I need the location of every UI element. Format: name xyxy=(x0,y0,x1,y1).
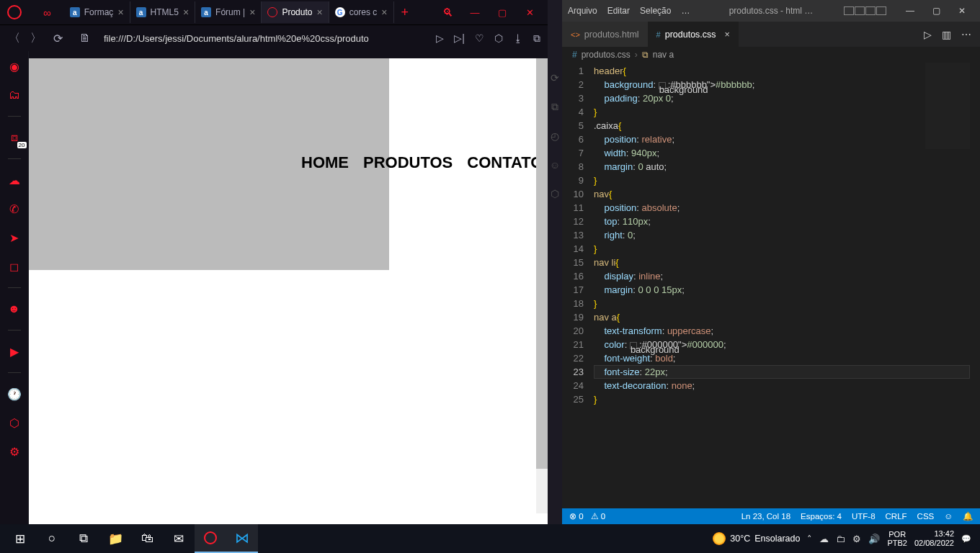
status-position[interactable]: Ln 23, Col 18 xyxy=(741,512,790,521)
code-editor[interactable]: 1234567891011121314151617181920212223242… xyxy=(562,63,980,508)
page-viewport[interactable]: HOME PRODUTOS CONTATO xyxy=(29,58,548,524)
status-warnings[interactable]: ⚠ 0 xyxy=(591,511,606,521)
twitch-icon[interactable]: ⧈20 xyxy=(6,130,22,145)
clock-icon[interactable]: 🕐 xyxy=(6,386,22,402)
maximize-button[interactable]: ▢ xyxy=(489,1,516,23)
more-icon[interactable]: ⋯ xyxy=(961,29,971,40)
camera-icon[interactable]: ⧉ xyxy=(533,32,540,45)
status-errors[interactable]: ⊗ 0 xyxy=(569,511,584,521)
search-button[interactable]: ○ xyxy=(36,524,68,553)
speed-dial-icon[interactable]: ◉ xyxy=(6,58,22,74)
weather-widget[interactable]: 30°C Ensolarado xyxy=(713,532,800,545)
nav-produtos[interactable]: PRODUTOS xyxy=(363,153,453,172)
telegram-icon[interactable]: ➤ xyxy=(6,230,22,246)
explorer-icon[interactable]: 📁 xyxy=(99,524,131,553)
close-button[interactable]: ✕ xyxy=(516,1,543,23)
start-button[interactable]: ⊞ xyxy=(4,524,36,553)
minimize-button[interactable]: — xyxy=(461,1,489,23)
minimize-button[interactable]: — xyxy=(898,6,922,16)
scrollbar-thumb[interactable] xyxy=(536,58,548,469)
weather-temp: 30°C xyxy=(730,534,750,544)
status-lang[interactable]: CSS xyxy=(917,512,935,521)
menu-more[interactable]: … xyxy=(681,6,690,16)
close-icon[interactable]: × xyxy=(316,6,322,18)
split-icon[interactable]: ▥ xyxy=(942,29,951,40)
close-icon[interactable]: × xyxy=(117,6,123,18)
tab-formacao[interactable]: aFormaç× xyxy=(64,1,130,23)
status-spaces[interactable]: Espaços: 4 xyxy=(801,512,842,521)
store-icon[interactable]: 🛍 xyxy=(131,524,163,553)
battery-icon[interactable]: 🗀 xyxy=(836,534,845,544)
tab-forum[interactable]: aFórum |× xyxy=(195,1,262,23)
opera-gx-icon[interactable]: ∞ xyxy=(43,6,51,19)
download-icon[interactable]: ⭳ xyxy=(513,32,523,45)
close-button[interactable]: ✕ xyxy=(950,6,974,16)
status-bell-icon[interactable]: 🔔 xyxy=(963,511,973,521)
bookmark-icon[interactable]: ▷ xyxy=(436,32,444,45)
chevron-up-icon[interactable]: ˄ xyxy=(807,534,812,544)
tab-label: HTML5 xyxy=(151,7,179,17)
panel-icon[interactable]: ⟳ xyxy=(551,72,559,84)
panel-icon[interactable]: ⬡ xyxy=(551,188,559,199)
cube-icon[interactable]: ⬡ xyxy=(494,32,503,45)
status-encoding[interactable]: UTF-8 xyxy=(852,512,876,521)
tab-produtos-css[interactable]: #produtos.css× xyxy=(648,22,739,47)
tab-cores[interactable]: cores c× xyxy=(329,1,394,23)
new-tab-button[interactable]: + xyxy=(394,5,416,20)
tab-produto[interactable]: Produto× xyxy=(262,1,329,23)
menu-editar[interactable]: Editar xyxy=(607,6,630,16)
instagram-icon[interactable]: ◻ xyxy=(6,258,22,274)
panel-icon[interactable]: ⧉ xyxy=(551,101,558,113)
minimap[interactable] xyxy=(925,63,970,149)
downloads-icon[interactable]: ⬡ xyxy=(6,415,22,431)
onedrive-icon[interactable]: ☁ xyxy=(819,534,829,544)
volume-icon[interactable]: 🔊 xyxy=(868,534,880,544)
panel-icon[interactable]: ☺ xyxy=(550,159,560,171)
run-icon[interactable]: ▷ xyxy=(924,29,932,40)
status-feedback-icon[interactable]: ☺ xyxy=(944,512,953,521)
status-eol[interactable]: CRLF xyxy=(886,512,907,521)
mail-icon[interactable]: ✉ xyxy=(163,524,195,553)
tab-html5[interactable]: aHTML5× xyxy=(130,1,196,23)
nav-home[interactable]: HOME xyxy=(301,153,349,172)
forward-button[interactable]: 〉 xyxy=(29,31,43,46)
opera-side-panel: ⟳ ⧉ ◴ ☺ ⬡ xyxy=(548,0,562,524)
player-icon[interactable]: ▶ xyxy=(6,343,22,359)
opera-taskbar-icon[interactable] xyxy=(195,524,226,553)
workspaces-icon[interactable]: 🗂 xyxy=(6,87,22,103)
close-icon[interactable]: × xyxy=(725,30,730,40)
vscode-taskbar-icon[interactable]: ⋈ xyxy=(226,524,258,553)
menu-selecao[interactable]: Seleção xyxy=(640,6,671,16)
opera-logo-icon[interactable] xyxy=(7,5,22,19)
panel-icon[interactable]: ◴ xyxy=(551,130,559,142)
addr-right-icons: ▷ ▷| ♡ ⬡ ⭳ ⧉ xyxy=(436,32,540,45)
close-icon[interactable]: × xyxy=(381,6,387,18)
notifications-icon[interactable]: 💬 xyxy=(961,534,971,544)
whatsapp-icon[interactable]: ✆ xyxy=(6,201,22,217)
system-tray: 30°C Ensolarado ˄ ☁ 🗀 ⚙ 🔊 PORPTB2 13:420… xyxy=(713,524,976,553)
menu-arquivo[interactable]: Arquivo xyxy=(568,6,597,16)
breadcrumb[interactable]: #produtos.css › ⧉nav a xyxy=(562,47,980,63)
clock[interactable]: 13:4202/08/2022 xyxy=(914,529,954,548)
wifi-icon[interactable]: ⚙ xyxy=(852,534,861,544)
discord-icon[interactable]: ☻ xyxy=(6,301,22,317)
tab-produtos-html[interactable]: <>produtos.html xyxy=(562,22,648,47)
messenger-icon[interactable]: ☁ xyxy=(6,172,22,188)
back-button[interactable]: 〈 xyxy=(7,31,22,46)
close-icon[interactable]: × xyxy=(249,6,255,18)
language-indicator[interactable]: PORPTB2 xyxy=(887,530,907,547)
settings-icon[interactable]: ⚙ xyxy=(6,444,22,459)
url-field[interactable]: file:///D:/Users/jessi/Documents/alura/h… xyxy=(104,33,378,44)
send-icon[interactable]: ▷| xyxy=(454,32,465,45)
layout-icons[interactable] xyxy=(844,6,886,15)
scrollbar[interactable] xyxy=(536,58,548,513)
window-controls: 🔍︎ — ▢ ✕ xyxy=(434,1,543,23)
close-icon[interactable]: × xyxy=(183,6,189,18)
maximize-button[interactable]: ▢ xyxy=(924,6,948,16)
search-icon[interactable]: 🔍︎ xyxy=(434,1,461,23)
code-content[interactable]: header{ background: background:#bbbbbb">… xyxy=(594,63,980,508)
heart-icon[interactable]: ♡ xyxy=(475,32,484,45)
nav-contato[interactable]: CONTATO xyxy=(467,153,543,172)
task-view-button[interactable]: ⧉ xyxy=(68,524,99,553)
reload-button[interactable]: ⟳ xyxy=(50,32,65,45)
